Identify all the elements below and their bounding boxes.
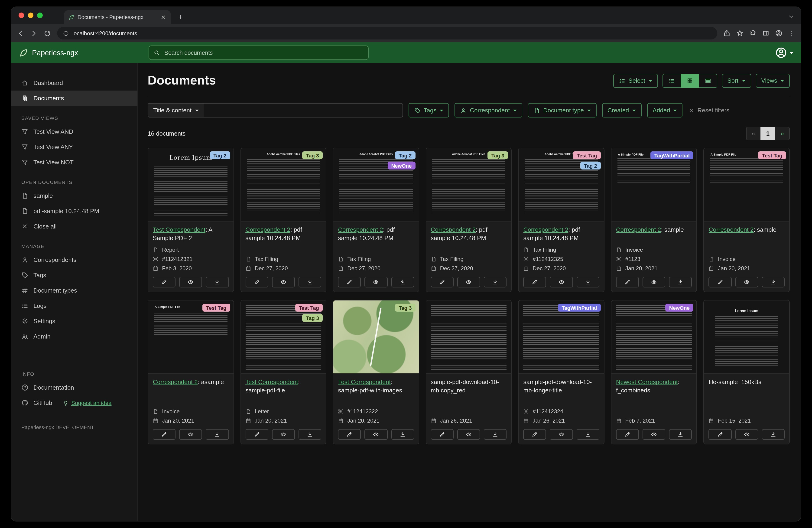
filter-field-dropdown[interactable]: Title & content [148, 103, 204, 117]
document-title[interactable]: Correspondent 2: pdf-sample 10.24.48 PM [431, 226, 507, 242]
download-button[interactable] [669, 277, 692, 287]
document-title[interactable]: Correspondent 2: pdf-sample 10.24.48 PM [523, 226, 599, 242]
correspondent-link[interactable]: Correspondent 2 [431, 226, 476, 233]
document-thumbnail[interactable]: Adobe Acrobat PDF FilesTest TagTag 2 [519, 148, 604, 222]
download-button[interactable] [762, 429, 785, 440]
correspondent-link[interactable]: Test Correspondent [338, 379, 391, 385]
extensions-icon[interactable] [749, 30, 756, 37]
sidebar-item-correspondents[interactable]: Correspondents [11, 252, 137, 268]
close-window-button[interactable] [18, 13, 24, 18]
view-button[interactable] [365, 429, 388, 440]
edit-button[interactable] [153, 277, 175, 287]
edit-button[interactable] [523, 277, 546, 287]
reload-button[interactable] [44, 29, 51, 37]
sidebar-item-admin[interactable]: Admin [11, 329, 137, 344]
edit-button[interactable] [153, 429, 175, 440]
edit-button[interactable] [431, 429, 453, 440]
sidebar-item-documents[interactable]: Documents [11, 90, 137, 106]
filter-text-input[interactable] [204, 103, 403, 117]
browser-menu-icon[interactable] [788, 30, 795, 37]
document-title[interactable]: Correspondent 2: asample [153, 378, 229, 386]
edit-button[interactable] [616, 277, 639, 287]
download-button[interactable] [576, 429, 599, 440]
sidebar-item-settings[interactable]: Settings [11, 313, 137, 329]
tag-badge-tag-2[interactable]: Tag 2 [395, 152, 416, 159]
tag-badge-test-tag[interactable]: Test Tag [295, 304, 323, 312]
document-thumbnail[interactable]: Tag 3 [333, 300, 419, 374]
download-button[interactable] [299, 277, 321, 287]
document-thumbnail[interactable]: A Simple PDF FileTagWithPartial [611, 148, 697, 222]
edit-button[interactable] [338, 277, 361, 287]
document-thumbnail[interactable]: Lorem IpsumTag 2 [148, 148, 233, 222]
user-menu[interactable] [775, 47, 794, 58]
view-button[interactable] [179, 429, 202, 440]
document-title[interactable]: Test Correspondent: sample-pdf-file [245, 378, 321, 394]
document-thumbnail[interactable]: Adobe Acrobat PDF FilesTag 3 [241, 148, 326, 222]
document-thumbnail[interactable]: Adobe Acrobat PDF FilesTag 2NewOne [333, 148, 419, 222]
correspondent-link[interactable]: Correspondent 2 [523, 226, 568, 233]
new-tab-button[interactable]: + [176, 13, 185, 22]
share-icon[interactable] [723, 30, 730, 37]
sidebar-item-sample[interactable]: sample [11, 188, 137, 203]
sidebar-item-document-types[interactable]: Document types [11, 283, 137, 298]
filter-added-button[interactable]: Added [647, 103, 683, 117]
document-thumbnail[interactable]: Lorem ipsum [704, 300, 789, 374]
document-title[interactable]: Correspondent 2: pdf-sample 10.24.48 PM [338, 226, 414, 242]
view-button[interactable] [550, 429, 573, 440]
download-button[interactable] [206, 429, 229, 440]
browser-tab[interactable]: Documents - Paperless-ngx ✕ [64, 10, 171, 24]
edit-button[interactable] [523, 429, 546, 440]
edit-button[interactable] [616, 429, 639, 440]
document-title[interactable]: Test Correspondent: A Sample PDF 2 [153, 226, 229, 242]
tab-close-icon[interactable]: ✕ [160, 14, 167, 20]
document-title[interactable]: Correspondent 2: pdf-sample 10.24.48 PM [245, 226, 321, 242]
correspondent-link[interactable]: Test Correspondent [153, 226, 205, 233]
document-title[interactable]: Test Correspondent: sample-pdf-with-imag… [338, 378, 414, 394]
view-button[interactable] [642, 277, 665, 287]
pagination-prev-button[interactable]: « [746, 127, 761, 140]
bookmark-star-icon[interactable] [736, 30, 743, 37]
view-button[interactable] [179, 277, 202, 287]
view-button[interactable] [735, 429, 758, 440]
sort-button[interactable]: Sort [722, 74, 751, 87]
document-thumbnail[interactable]: TagWithPartial [519, 300, 604, 374]
edit-button[interactable] [709, 277, 731, 287]
view-button[interactable] [272, 277, 295, 287]
tag-badge-tag-2[interactable]: Tag 2 [209, 152, 230, 159]
browser-profile-avatar[interactable] [775, 30, 782, 37]
document-thumbnail[interactable] [426, 300, 511, 374]
document-thumbnail[interactable]: Adobe Acrobat PDF FilesTag 3 [426, 148, 511, 222]
view-button[interactable] [642, 429, 665, 440]
edit-button[interactable] [245, 277, 268, 287]
document-title[interactable]: sample-pdf-download-10-mb copy_red [431, 378, 507, 394]
sidebar-item-dashboard[interactable]: Dashboard [11, 75, 137, 90]
tag-badge-newone[interactable]: NewOne [388, 161, 415, 170]
correspondent-link[interactable]: Correspondent 2 [153, 379, 198, 385]
view-button[interactable] [457, 429, 480, 440]
filter-created-button[interactable]: Created [602, 103, 642, 117]
document-thumbnail[interactable]: NewOne [611, 300, 697, 374]
back-button[interactable] [17, 29, 24, 37]
sidebar-item-documentation[interactable]: Documentation [11, 380, 137, 395]
document-title[interactable]: file-sample_150kBs [709, 378, 785, 386]
search-input[interactable] [163, 49, 363, 56]
download-button[interactable] [299, 429, 321, 440]
document-title[interactable]: Correspondent 2: sample [709, 226, 785, 234]
sidebar-item-logs[interactable]: Logs [11, 298, 137, 313]
tag-badge-test-tag[interactable]: Test Tag [758, 152, 786, 159]
sidebar-item-pdf-sample-10-24-48-pm[interactable]: pdf-sample 10.24.48 PM [11, 203, 137, 219]
tag-badge-test-tag[interactable]: Test Tag [573, 152, 600, 159]
download-button[interactable] [484, 429, 507, 440]
correspondent-link[interactable]: Correspondent 2 [338, 226, 383, 233]
filter-correspondent-button[interactable]: Correspondent [454, 103, 522, 117]
tag-badge-tag-3[interactable]: Tag 3 [302, 314, 323, 322]
pagination-current-page[interactable]: 1 [760, 127, 775, 140]
view-button[interactable] [365, 277, 388, 287]
download-button[interactable] [576, 277, 599, 287]
correspondent-link[interactable]: Correspondent 2 [709, 226, 754, 233]
view-grid-button[interactable] [680, 74, 699, 87]
tag-badge-tag-3[interactable]: Tag 3 [395, 304, 416, 312]
tab-search-icon[interactable] [788, 13, 794, 20]
sidebar-item-close-all[interactable]: Close all [11, 219, 137, 234]
view-list-button[interactable] [662, 74, 681, 87]
